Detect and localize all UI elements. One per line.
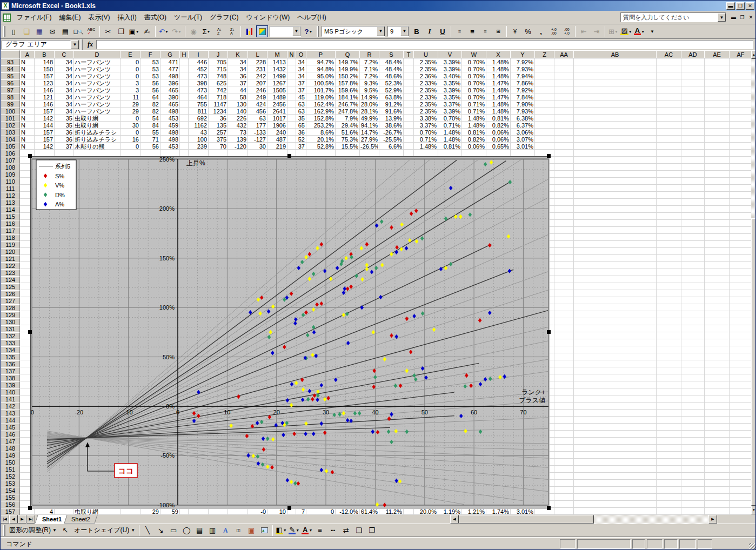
cell[interactable]: 0.65% bbox=[487, 143, 509, 150]
cell[interactable]: 6.38% bbox=[511, 115, 533, 122]
cell[interactable]: 0.82% bbox=[487, 122, 509, 129]
row-header[interactable]: 136 bbox=[1, 360, 20, 368]
row-header[interactable]: 100 bbox=[1, 108, 20, 115]
cell[interactable]: 1017 bbox=[268, 115, 286, 122]
hyperlink-icon[interactable]: ◉ bbox=[188, 25, 199, 37]
cell[interactable]: 0.71% bbox=[463, 101, 485, 108]
cell[interactable]: 144 bbox=[35, 122, 53, 129]
column-header[interactable]: N bbox=[287, 50, 296, 58]
menu-item[interactable]: 挿入(I) bbox=[113, 12, 140, 23]
cell[interactable]: 123 bbox=[35, 80, 53, 86]
cell[interactable]: 53 bbox=[141, 73, 159, 79]
hscroll-right-icon[interactable]: ▶ bbox=[708, 515, 717, 524]
cell[interactable]: 246 bbox=[249, 87, 266, 93]
cell[interactable]: 1162 bbox=[189, 122, 207, 129]
font-name-combo[interactable]: MS Pゴシック▼ bbox=[322, 26, 385, 37]
chart-selection-handle[interactable] bbox=[547, 330, 551, 334]
cell[interactable]: 0.81% bbox=[439, 143, 460, 150]
underline-icon[interactable]: U bbox=[437, 25, 449, 37]
cell[interactable]: 453 bbox=[161, 115, 178, 122]
cell[interactable]: 64 bbox=[141, 94, 159, 100]
cell[interactable]: 10 bbox=[268, 508, 286, 515]
cell[interactable]: 54 bbox=[141, 115, 159, 122]
next-sheet-button[interactable]: ▶ bbox=[18, 515, 26, 524]
draw-select-icon[interactable]: ↖ bbox=[59, 525, 71, 536]
last-sheet-button[interactable]: ▶| bbox=[26, 515, 35, 524]
cell[interactable]: 2.33% bbox=[414, 80, 437, 86]
cell[interactable]: -12.0% bbox=[336, 508, 358, 515]
bold-icon[interactable]: B bbox=[411, 25, 423, 37]
row-header[interactable]: 96 bbox=[1, 79, 20, 87]
cell[interactable]: 152.8% bbox=[307, 115, 334, 122]
hscroll-thumb[interactable] bbox=[459, 515, 594, 524]
cell[interactable]: 59 bbox=[161, 508, 178, 515]
row-header[interactable]: 118 bbox=[1, 234, 20, 242]
cell[interactable]: 1.48% bbox=[439, 129, 460, 136]
cell[interactable]: 8.6% bbox=[307, 129, 334, 136]
fill-color-icon[interactable]: ▨ ▼ bbox=[620, 25, 632, 37]
cell[interactable]: 9.5% bbox=[360, 87, 378, 93]
cell[interactable]: 30 bbox=[121, 122, 139, 129]
drawing-icon[interactable] bbox=[256, 25, 268, 37]
cell[interactable]: 811 bbox=[189, 108, 207, 115]
cell[interactable]: 7.9% bbox=[336, 115, 358, 122]
cell[interactable]: 219 bbox=[268, 143, 286, 150]
cell[interactable]: 1499 bbox=[268, 73, 286, 79]
row-header[interactable]: 95 bbox=[1, 72, 20, 80]
row-header[interactable]: 101 bbox=[1, 115, 20, 122]
cell[interactable]: 94.8% bbox=[307, 66, 334, 72]
cell[interactable]: 100.5% bbox=[307, 80, 334, 86]
cell[interactable]: 29 bbox=[141, 508, 159, 515]
cell[interactable]: 14.9% bbox=[360, 94, 378, 100]
row-header[interactable]: 116 bbox=[1, 220, 20, 227]
cell[interactable]: 465 bbox=[161, 87, 178, 93]
row-header[interactable]: 104 bbox=[1, 136, 20, 143]
cell[interactable]: 625 bbox=[209, 80, 226, 86]
cell[interactable]: 398 bbox=[189, 80, 207, 86]
row-header[interactable]: 144 bbox=[1, 417, 20, 424]
cell[interactable]: 498 bbox=[161, 108, 178, 115]
draw-clipart-icon[interactable]: ▣ bbox=[245, 525, 257, 536]
cell[interactable]: 396 bbox=[161, 80, 178, 86]
cell[interactable]: 2.33% bbox=[414, 94, 437, 100]
menu-item[interactable]: ヘルプ(H) bbox=[293, 12, 330, 23]
cell[interactable]: 498 bbox=[161, 129, 178, 136]
cell[interactable]: 91.2% bbox=[380, 101, 402, 108]
cell[interactable]: 75.3% bbox=[336, 136, 358, 143]
cell[interactable]: 20.0% bbox=[414, 508, 437, 515]
cell[interactable]: 2641 bbox=[268, 108, 286, 115]
cell[interactable]: 3.40% bbox=[439, 73, 460, 79]
cell[interactable]: 3.39% bbox=[439, 87, 460, 93]
cell[interactable]: 94.1% bbox=[360, 122, 378, 129]
cut-icon[interactable]: ✂ bbox=[102, 25, 114, 37]
cell[interactable]: 1432 bbox=[268, 66, 286, 72]
cell[interactable]: 718 bbox=[209, 94, 226, 100]
cell[interactable]: 247.8% bbox=[336, 108, 358, 115]
draw-wordart-icon[interactable]: A bbox=[219, 525, 231, 536]
cell[interactable]: 1.47% bbox=[487, 94, 509, 100]
cell[interactable]: 34 bbox=[55, 73, 72, 79]
cell[interactable]: 折り込みチラシ bbox=[75, 136, 119, 143]
cell[interactable]: 49.9% bbox=[360, 115, 378, 122]
sort-asc-icon[interactable]: A↓Z bbox=[213, 25, 225, 37]
cell[interactable]: 1505 bbox=[268, 87, 286, 93]
cell[interactable]: 157 bbox=[35, 129, 53, 136]
cell[interactable]: 34 bbox=[55, 101, 72, 108]
column-header[interactable]: AC bbox=[656, 50, 681, 58]
row-header[interactable]: 138 bbox=[1, 374, 20, 382]
cell[interactable]: 498 bbox=[161, 73, 178, 79]
cell[interactable]: 9.3% bbox=[360, 80, 378, 86]
cell[interactable]: 0 bbox=[121, 115, 139, 122]
row-header[interactable]: 97 bbox=[1, 86, 20, 94]
cell[interactable]: 157 bbox=[35, 136, 53, 143]
cell[interactable]: 177 bbox=[249, 122, 266, 129]
cell[interactable]: 742 bbox=[209, 87, 226, 93]
menu-item[interactable]: ファイル(F) bbox=[13, 12, 55, 23]
cell[interactable]: 184.1% bbox=[336, 94, 358, 100]
chart-selection-handle[interactable] bbox=[547, 154, 551, 158]
cell[interactable]: 3.39% bbox=[439, 66, 460, 72]
options-icon[interactable]: ▼ bbox=[646, 25, 658, 37]
column-header[interactable]: A bbox=[20, 50, 35, 58]
column-header[interactable]: C bbox=[54, 50, 74, 58]
cell[interactable]: 2.35% bbox=[414, 66, 437, 72]
